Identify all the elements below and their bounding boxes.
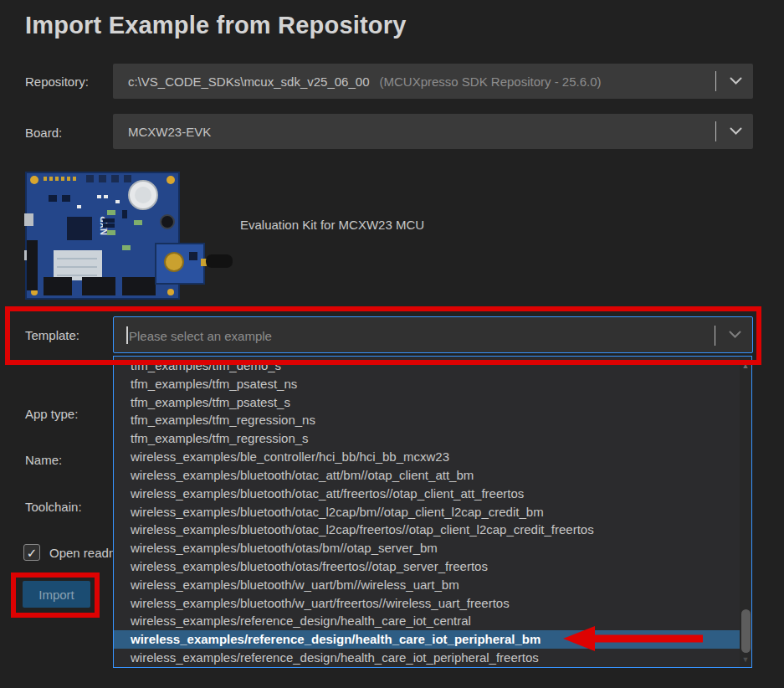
list-item[interactable]: tfm_examples/tfm_psatest_ns: [114, 375, 751, 393]
scroll-up-icon[interactable]: ▲: [740, 360, 751, 372]
list-item[interactable]: tfm_examples/tfm_regression_ns: [114, 411, 751, 429]
list-item[interactable]: wireless_examples/bluetooth/otac_l2cap/b…: [114, 503, 751, 521]
template-label: Template:: [25, 328, 79, 342]
list-item[interactable]: wireless_examples/bluetooth/w_uart/freer…: [114, 594, 751, 613]
template-input[interactable]: [127, 317, 699, 354]
repository-label: Repository:: [25, 74, 89, 89]
list-item[interactable]: wireless_examples/bluetooth/otac_l2cap/f…: [114, 521, 751, 539]
field-separator: [715, 121, 716, 141]
name-label: Name:: [25, 453, 62, 467]
scroll-down-icon[interactable]: ▼: [740, 654, 751, 665]
list-item[interactable]: wireless_examples/reference_design/healt…: [114, 649, 751, 667]
board-caption: Evaluation Kit for MCXW23 MCU: [240, 218, 424, 232]
open-readme-checkbox[interactable]: ✓: [23, 544, 40, 561]
repository-select[interactable]: c:\VS_CODE_SDKs\mcux_sdk_v25_06_00 (MCUX…: [113, 64, 753, 99]
chevron-down-icon[interactable]: [730, 127, 742, 136]
checkmark-icon: ✓: [27, 547, 38, 559]
list-item[interactable]: wireless_examples/bluetooth/otas/freerto…: [114, 557, 751, 576]
chevron-down-icon[interactable]: [729, 331, 741, 339]
board-photo: NXP: [23, 170, 234, 302]
list-item[interactable]: tfm_examples/tfm_psatest_s: [114, 393, 751, 412]
toolchain-label: Toolchain:: [25, 500, 82, 514]
page-title: Import Example from Repository: [25, 12, 407, 39]
repository-annotation: (MCUXpresso SDK Repository - 25.6.0): [379, 74, 601, 89]
list-item[interactable]: tfm_examples/tfm_demo_s: [114, 357, 751, 375]
dropdown-items: tfm_examples/tfm_demo_stfm_examples/tfm_…: [114, 357, 751, 667]
repository-value: c:\VS_CODE_SDKs\mcux_sdk_v25_06_00: [113, 74, 369, 89]
list-item[interactable]: tfm_examples/tfm_regression_s: [114, 429, 751, 448]
list-item[interactable]: wireless_examples/reference_design/healt…: [114, 612, 751, 630]
board-label: Board:: [25, 126, 62, 140]
board-value: MCXW23-EVK: [113, 125, 211, 139]
list-item[interactable]: wireless_examples/bluetooth/otac_att/fre…: [114, 485, 751, 503]
import-button[interactable]: Import: [23, 581, 90, 608]
list-item[interactable]: wireless_examples/bluetooth/otas/bm//ota…: [114, 539, 751, 557]
board-select[interactable]: MCXW23-EVK: [113, 114, 753, 149]
list-item[interactable]: wireless_examples/bluetooth/otac_att/bm/…: [114, 466, 751, 485]
template-combobox[interactable]: [113, 316, 753, 353]
app-type-label: App type:: [25, 407, 78, 421]
list-item[interactable]: wireless_examples/reference_design/healt…: [114, 630, 751, 649]
template-dropdown-list: tfm_examples/tfm_demo_stfm_examples/tfm_…: [113, 356, 752, 668]
list-item[interactable]: wireless_examples/bluetooth/w_uart/bm//w…: [114, 576, 751, 594]
scrollbar-track[interactable]: ▲ ▼: [740, 357, 751, 667]
list-item[interactable]: wireless_examples/ble_controller/hci_bb/…: [114, 448, 751, 466]
field-separator: [715, 71, 716, 91]
chevron-down-icon[interactable]: [730, 77, 742, 85]
field-separator: [715, 326, 715, 346]
scrollbar-thumb[interactable]: [741, 609, 751, 653]
